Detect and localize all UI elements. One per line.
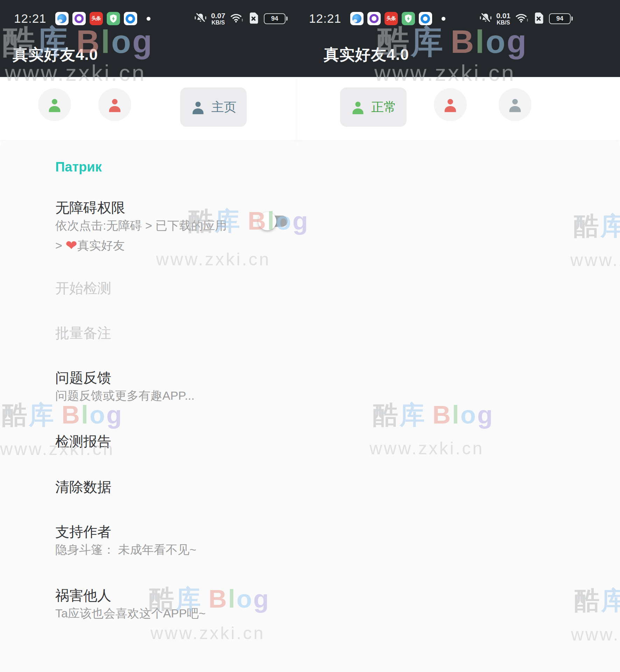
accessibility-toggle-off[interactable] bbox=[259, 215, 288, 227]
network-speed: 0.01 KB/S bbox=[496, 12, 510, 26]
browser-app-icon bbox=[55, 12, 69, 25]
bell-muted-icon bbox=[479, 12, 492, 26]
accessibility-subtitle-line1: 依次点击:无障碍 > 已下载的应用 bbox=[55, 218, 227, 234]
notification-dot-icon bbox=[147, 17, 150, 21]
sim-card-error-icon bbox=[248, 12, 260, 26]
harm-subtitle: Ta应该也会喜欢这个APP吧~ bbox=[55, 606, 206, 622]
clock: 12:21 bbox=[309, 12, 341, 26]
bell-muted-icon bbox=[194, 12, 207, 26]
menu-item-report[interactable]: 检测报告 bbox=[55, 432, 111, 451]
tab-avatar-red[interactable] bbox=[434, 88, 467, 121]
right-tabs-row: 正常 bbox=[297, 77, 620, 140]
page-title: 真实好友4.0 bbox=[13, 44, 98, 65]
clock: 12:21 bbox=[14, 12, 47, 26]
toutiao-app-icon: 头条 bbox=[90, 12, 103, 25]
left-header: 12:21 头条 bbox=[0, 0, 297, 77]
person-icon bbox=[107, 97, 123, 113]
person-icon bbox=[507, 97, 523, 113]
person-icon bbox=[442, 97, 458, 113]
toutiao-app-icon: 头条 bbox=[385, 12, 398, 25]
menu-item-support-author[interactable]: 支持作者 bbox=[55, 522, 111, 541]
sim-card-error-icon bbox=[533, 12, 545, 26]
page-title: 真实好友4.0 bbox=[324, 44, 409, 65]
heart-icon: ❤ bbox=[65, 238, 77, 253]
right-status-bar: 12:21 头条 bbox=[297, 0, 620, 32]
notification-dot-icon bbox=[442, 17, 445, 21]
left-tabs-row: 主页 bbox=[0, 77, 297, 140]
right-title-bar: 真实好友4.0 bbox=[297, 32, 620, 77]
tab-normal-label: 正常 bbox=[371, 99, 396, 116]
right-screen: 12:21 头条 bbox=[297, 0, 620, 672]
feedback-subtitle: 问题反馈或更多有趣APP... bbox=[55, 388, 195, 404]
battery-icon: 94 bbox=[264, 13, 288, 24]
menu-item-batch-remark[interactable]: 批量备注 bbox=[55, 323, 111, 343]
composite-screenshot: 12:21 头条 bbox=[0, 0, 620, 672]
toggle-knob bbox=[258, 212, 276, 230]
security-app-icon bbox=[402, 12, 415, 25]
accessibility-subtitle-line2: > ❤真实好友 bbox=[55, 237, 125, 254]
wifi-icon bbox=[230, 12, 244, 26]
wifi-icon bbox=[515, 12, 529, 26]
battery-icon: 94 bbox=[549, 13, 573, 24]
menu-item-harm-others[interactable]: 祸害他人 bbox=[55, 586, 111, 605]
tab-avatar-gray[interactable] bbox=[499, 88, 531, 121]
menu-item-feedback[interactable]: 问题反馈 bbox=[55, 368, 111, 387]
right-header: 12:21 头条 bbox=[297, 0, 620, 77]
left-screen: 12:21 头条 bbox=[0, 0, 297, 672]
menu-item-start-detect[interactable]: 开始检测 bbox=[55, 279, 111, 298]
left-status-bar: 12:21 头条 bbox=[0, 0, 297, 32]
support-subtitle: 隐身斗篷： 未成年看不见~ bbox=[55, 542, 196, 558]
person-icon bbox=[47, 97, 63, 113]
tab-home-selected[interactable]: 主页 bbox=[180, 88, 247, 127]
network-speed: 0.07 KB/S bbox=[211, 12, 225, 26]
tab-home-label: 主页 bbox=[211, 99, 237, 116]
blue-circle-app-icon bbox=[124, 12, 137, 25]
menu-item-accessibility[interactable]: 无障碍权限 bbox=[55, 198, 125, 217]
person-icon bbox=[350, 99, 366, 115]
tab-avatar-green[interactable] bbox=[38, 88, 71, 121]
purple-app-icon bbox=[367, 12, 381, 25]
blue-circle-app-icon bbox=[419, 12, 432, 25]
right-content bbox=[297, 140, 620, 672]
purple-app-icon bbox=[72, 12, 86, 25]
left-content: Патрик 无障碍权限 依次点击:无障碍 > 已下载的应用 > ❤真实好友 开… bbox=[0, 140, 297, 672]
left-title-bar: 真实好友4.0 bbox=[0, 32, 297, 77]
browser-app-icon bbox=[350, 12, 364, 25]
tab-avatar-red[interactable] bbox=[98, 88, 131, 121]
profile-name: Патрик bbox=[55, 160, 102, 175]
security-app-icon bbox=[107, 12, 120, 25]
person-icon bbox=[190, 99, 206, 115]
tab-normal-selected[interactable]: 正常 bbox=[340, 88, 407, 127]
menu-item-clear-data[interactable]: 清除数据 bbox=[55, 477, 111, 497]
